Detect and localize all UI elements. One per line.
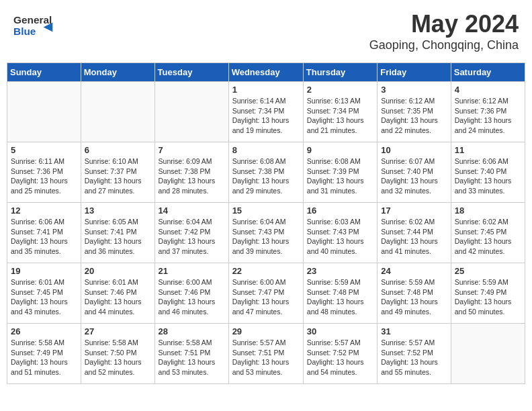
day-number: 21 xyxy=(159,266,225,276)
page-header: General Blue May 2024 Gaoping, Chongqing… xyxy=(7,7,525,56)
calendar-cell: 9Sunrise: 6:08 AM Sunset: 7:39 PM Daylig… xyxy=(303,142,377,203)
calendar-cell: 13Sunrise: 6:05 AM Sunset: 7:41 PM Dayli… xyxy=(81,203,154,263)
cell-info: Sunrise: 6:08 AM Sunset: 7:38 PM Dayligh… xyxy=(232,156,300,196)
cell-info: Sunrise: 6:09 AM Sunset: 7:38 PM Dayligh… xyxy=(159,156,225,196)
cell-info: Sunrise: 6:02 AM Sunset: 7:44 PM Dayligh… xyxy=(381,217,447,257)
svg-text:General: General xyxy=(13,14,52,26)
calendar-cell: 22Sunrise: 6:00 AM Sunset: 7:47 PM Dayli… xyxy=(228,263,303,324)
cell-info: Sunrise: 5:59 AM Sunset: 7:48 PM Dayligh… xyxy=(307,277,373,317)
day-number: 10 xyxy=(381,145,447,155)
location-title: Gaoping, Chongqing, China xyxy=(369,38,519,52)
day-number: 31 xyxy=(381,326,447,336)
calendar-cell xyxy=(81,82,154,142)
cell-info: Sunrise: 6:14 AM Sunset: 7:34 PM Dayligh… xyxy=(232,96,300,136)
day-number: 15 xyxy=(232,205,300,216)
cell-info: Sunrise: 6:00 AM Sunset: 7:46 PM Dayligh… xyxy=(159,277,225,317)
calendar-cell xyxy=(451,324,525,384)
day-number: 12 xyxy=(11,205,77,216)
day-number: 3 xyxy=(381,85,447,95)
day-number: 19 xyxy=(11,266,77,276)
day-number: 13 xyxy=(85,205,151,216)
day-number: 9 xyxy=(307,145,373,155)
calendar-cell: 11Sunrise: 6:06 AM Sunset: 7:40 PM Dayli… xyxy=(451,142,525,203)
weekday-header-monday: Monday xyxy=(81,63,154,82)
day-number: 25 xyxy=(455,266,521,276)
calendar-cell: 20Sunrise: 6:01 AM Sunset: 7:46 PM Dayli… xyxy=(81,263,154,324)
cell-info: Sunrise: 6:01 AM Sunset: 7:46 PM Dayligh… xyxy=(85,277,151,317)
cell-info: Sunrise: 6:04 AM Sunset: 7:43 PM Dayligh… xyxy=(232,217,300,257)
calendar-cell: 23Sunrise: 5:59 AM Sunset: 7:48 PM Dayli… xyxy=(303,263,377,324)
cell-info: Sunrise: 6:02 AM Sunset: 7:45 PM Dayligh… xyxy=(455,217,521,257)
day-number: 16 xyxy=(307,205,373,216)
calendar-cell: 2Sunrise: 6:13 AM Sunset: 7:34 PM Daylig… xyxy=(303,82,377,142)
weekday-header-tuesday: Tuesday xyxy=(154,63,228,82)
calendar-cell: 12Sunrise: 6:06 AM Sunset: 7:41 PM Dayli… xyxy=(7,203,81,263)
day-number: 6 xyxy=(85,145,151,155)
weekday-header-wednesday: Wednesday xyxy=(228,63,303,82)
cell-info: Sunrise: 6:00 AM Sunset: 7:47 PM Dayligh… xyxy=(232,277,300,317)
day-number: 27 xyxy=(85,326,151,336)
day-number: 18 xyxy=(455,205,521,216)
cell-info: Sunrise: 6:05 AM Sunset: 7:41 PM Dayligh… xyxy=(85,217,151,257)
cell-info: Sunrise: 6:03 AM Sunset: 7:43 PM Dayligh… xyxy=(307,217,373,257)
calendar-cell: 17Sunrise: 6:02 AM Sunset: 7:44 PM Dayli… xyxy=(378,203,451,263)
calendar-cell: 18Sunrise: 6:02 AM Sunset: 7:45 PM Dayli… xyxy=(451,203,525,263)
calendar-cell: 16Sunrise: 6:03 AM Sunset: 7:43 PM Dayli… xyxy=(303,203,377,263)
svg-text:Blue: Blue xyxy=(13,26,36,37)
cell-info: Sunrise: 6:07 AM Sunset: 7:40 PM Dayligh… xyxy=(381,156,447,196)
day-number: 11 xyxy=(455,145,521,155)
cell-info: Sunrise: 6:10 AM Sunset: 7:37 PM Dayligh… xyxy=(85,156,151,196)
cell-info: Sunrise: 5:58 AM Sunset: 7:50 PM Dayligh… xyxy=(85,338,151,377)
day-number: 20 xyxy=(85,266,151,276)
cell-info: Sunrise: 5:57 AM Sunset: 7:51 PM Dayligh… xyxy=(232,338,300,377)
day-number: 8 xyxy=(232,145,300,155)
day-number: 4 xyxy=(455,85,521,95)
calendar-cell: 21Sunrise: 6:00 AM Sunset: 7:46 PM Dayli… xyxy=(154,263,228,324)
weekday-header-saturday: Saturday xyxy=(451,63,525,82)
day-number: 5 xyxy=(11,145,77,155)
calendar-week-1: 5Sunrise: 6:11 AM Sunset: 7:36 PM Daylig… xyxy=(7,142,525,203)
calendar-cell: 14Sunrise: 6:04 AM Sunset: 7:42 PM Dayli… xyxy=(154,203,228,263)
calendar-week-2: 12Sunrise: 6:06 AM Sunset: 7:41 PM Dayli… xyxy=(7,203,525,263)
day-number: 30 xyxy=(307,326,373,336)
cell-info: Sunrise: 6:06 AM Sunset: 7:41 PM Dayligh… xyxy=(11,217,77,257)
calendar-cell: 4Sunrise: 6:12 AM Sunset: 7:36 PM Daylig… xyxy=(451,82,525,142)
calendar-cell: 3Sunrise: 6:12 AM Sunset: 7:35 PM Daylig… xyxy=(378,82,451,142)
cell-info: Sunrise: 6:11 AM Sunset: 7:36 PM Dayligh… xyxy=(11,156,77,196)
weekday-header-row: SundayMondayTuesdayWednesdayThursdayFrid… xyxy=(7,63,525,82)
day-number: 26 xyxy=(11,326,77,336)
cell-info: Sunrise: 6:12 AM Sunset: 7:35 PM Dayligh… xyxy=(381,96,447,136)
calendar-cell: 24Sunrise: 5:59 AM Sunset: 7:48 PM Dayli… xyxy=(378,263,451,324)
cell-info: Sunrise: 6:06 AM Sunset: 7:40 PM Dayligh… xyxy=(455,156,521,196)
calendar-cell: 28Sunrise: 5:58 AM Sunset: 7:51 PM Dayli… xyxy=(154,324,228,384)
cell-info: Sunrise: 5:59 AM Sunset: 7:48 PM Dayligh… xyxy=(381,277,447,317)
logo-svg: General Blue xyxy=(13,10,54,44)
calendar-cell: 19Sunrise: 6:01 AM Sunset: 7:45 PM Dayli… xyxy=(7,263,81,324)
calendar-week-4: 26Sunrise: 5:58 AM Sunset: 7:49 PM Dayli… xyxy=(7,324,525,384)
calendar-week-0: 1Sunrise: 6:14 AM Sunset: 7:34 PM Daylig… xyxy=(7,82,525,142)
calendar-cell: 1Sunrise: 6:14 AM Sunset: 7:34 PM Daylig… xyxy=(228,82,303,142)
cell-info: Sunrise: 6:13 AM Sunset: 7:34 PM Dayligh… xyxy=(307,96,373,136)
calendar-cell: 27Sunrise: 5:58 AM Sunset: 7:50 PM Dayli… xyxy=(81,324,154,384)
cell-info: Sunrise: 5:57 AM Sunset: 7:52 PM Dayligh… xyxy=(381,338,447,377)
weekday-header-sunday: Sunday xyxy=(7,63,81,82)
cell-info: Sunrise: 5:58 AM Sunset: 7:51 PM Dayligh… xyxy=(159,338,225,377)
day-number: 23 xyxy=(307,266,373,276)
calendar-cell: 29Sunrise: 5:57 AM Sunset: 7:51 PM Dayli… xyxy=(228,324,303,384)
calendar-cell: 5Sunrise: 6:11 AM Sunset: 7:36 PM Daylig… xyxy=(7,142,81,203)
cell-info: Sunrise: 6:12 AM Sunset: 7:36 PM Dayligh… xyxy=(455,96,521,136)
calendar-cell: 10Sunrise: 6:07 AM Sunset: 7:40 PM Dayli… xyxy=(378,142,451,203)
day-number: 28 xyxy=(159,326,225,336)
calendar-cell: 30Sunrise: 5:57 AM Sunset: 7:52 PM Dayli… xyxy=(303,324,377,384)
calendar-cell: 7Sunrise: 6:09 AM Sunset: 7:38 PM Daylig… xyxy=(154,142,228,203)
day-number: 22 xyxy=(232,266,300,276)
cell-info: Sunrise: 6:04 AM Sunset: 7:42 PM Dayligh… xyxy=(159,217,225,257)
weekday-header-friday: Friday xyxy=(378,63,451,82)
day-number: 17 xyxy=(381,205,447,216)
calendar-cell: 25Sunrise: 5:59 AM Sunset: 7:49 PM Dayli… xyxy=(451,263,525,324)
logo: General Blue xyxy=(13,10,54,44)
cell-info: Sunrise: 5:58 AM Sunset: 7:49 PM Dayligh… xyxy=(11,338,77,377)
cell-info: Sunrise: 6:08 AM Sunset: 7:39 PM Dayligh… xyxy=(307,156,373,196)
day-number: 7 xyxy=(159,145,225,155)
day-number: 2 xyxy=(307,85,373,95)
